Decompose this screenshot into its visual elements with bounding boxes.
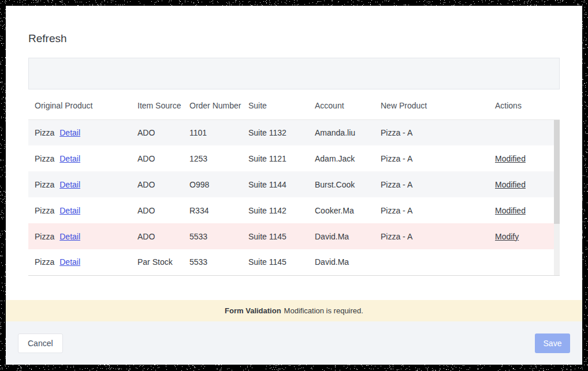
action-link[interactable]: Modified: [495, 154, 526, 163]
cell-original-product: PizzaDetail: [28, 119, 131, 145]
col-order-number: Order Number: [183, 92, 242, 119]
refresh-dialog: Refresh Original Product Item Source Ord…: [6, 6, 582, 365]
cell-suite: Suite 1145: [242, 249, 308, 275]
cell-account: Cooker.Ma: [308, 197, 374, 223]
cell-new-product: Pizza - A: [374, 145, 489, 171]
cell-item-source: ADO: [131, 223, 183, 249]
table-header-row: Original Product Item Source Order Numbe…: [28, 92, 560, 119]
cancel-button[interactable]: Cancel: [18, 333, 63, 353]
cell-account: Amanda.liu: [308, 119, 374, 145]
cell-suite: Suite 1121: [242, 145, 308, 171]
product-name: Pizza: [35, 206, 54, 215]
cell-suite: Suite 1145: [242, 223, 308, 249]
col-item-source: Item Source: [131, 92, 183, 119]
cell-original-product: PizzaDetail: [28, 249, 131, 275]
cell-account: Burst.Cook: [308, 171, 374, 197]
cell-account: Adam.Jack: [308, 145, 374, 171]
cell-original-product: PizzaDetail: [28, 223, 131, 249]
cell-order-number: 5533: [183, 223, 242, 249]
empty-panel: [28, 58, 560, 89]
cell-item-source: ADO: [131, 197, 183, 223]
table-scrollbar[interactable]: [554, 120, 560, 275]
table-row: PizzaDetailADO1101Suite 1132Amanda.liuPi…: [28, 119, 560, 145]
table-body: PizzaDetailADO1101Suite 1132Amanda.liuPi…: [28, 119, 560, 275]
cell-actions: [489, 249, 560, 275]
col-original-product: Original Product: [28, 92, 131, 119]
product-name: Pizza: [35, 180, 54, 189]
cell-actions: Modified: [489, 197, 560, 223]
col-actions: Actions: [489, 92, 560, 119]
product-name: Pizza: [35, 232, 54, 241]
cell-item-source: ADO: [131, 119, 183, 145]
action-link[interactable]: Modify: [495, 232, 519, 241]
cell-account: David.Ma: [308, 249, 374, 275]
cell-new-product: Pizza - A: [374, 197, 489, 223]
cell-original-product: PizzaDetail: [28, 197, 131, 223]
cell-order-number: 5533: [183, 249, 242, 275]
table-row: PizzaDetailADO5533Suite 1145David.MaPizz…: [28, 223, 560, 249]
cell-item-source: ADO: [131, 145, 183, 171]
cell-actions: Modified: [489, 145, 560, 171]
cell-order-number: 1253: [183, 145, 242, 171]
validation-banner: Form Validation Modification is required…: [6, 300, 582, 321]
detail-link[interactable]: Detail: [59, 232, 80, 241]
validation-title: Form Validation: [225, 306, 281, 315]
detail-link[interactable]: Detail: [59, 128, 80, 137]
cell-actions: [489, 119, 560, 145]
table-row: PizzaDetailPar Stock5533Suite 1145David.…: [28, 249, 560, 275]
detail-link[interactable]: Detail: [59, 206, 80, 215]
dialog-title: Refresh: [28, 32, 560, 45]
detail-link[interactable]: Detail: [59, 154, 80, 163]
dialog-footer: Cancel Save: [6, 321, 582, 365]
table-row: PizzaDetailADO1253Suite 1121Adam.JackPiz…: [28, 145, 560, 171]
col-suite: Suite: [242, 92, 308, 119]
product-name: Pizza: [35, 128, 54, 137]
action-link[interactable]: Modified: [495, 180, 526, 189]
table-row: PizzaDetailADOO998Suite 1144Burst.CookPi…: [28, 171, 560, 197]
cell-suite: Suite 1144: [242, 171, 308, 197]
cell-original-product: PizzaDetail: [28, 171, 131, 197]
action-link[interactable]: Modified: [495, 206, 526, 215]
save-button[interactable]: Save: [535, 333, 570, 353]
detail-link[interactable]: Detail: [59, 257, 80, 267]
cell-new-product: [374, 249, 489, 275]
cell-new-product: Pizza - A: [374, 171, 489, 197]
validation-message: Modification is required.: [284, 306, 363, 315]
detail-link[interactable]: Detail: [59, 180, 80, 189]
cell-order-number: 1101: [183, 119, 242, 145]
cell-order-number: R334: [183, 197, 242, 223]
table-row: PizzaDetailADOR334Suite 1142Cooker.MaPiz…: [28, 197, 560, 223]
cell-original-product: PizzaDetail: [28, 145, 131, 171]
cell-order-number: O998: [183, 171, 242, 197]
cell-item-source: Par Stock: [131, 249, 183, 275]
col-new-product: New Product: [374, 92, 489, 119]
scrollbar-thumb[interactable]: [554, 120, 560, 224]
cell-item-source: ADO: [131, 171, 183, 197]
cell-actions: Modify: [489, 223, 560, 249]
cell-suite: Suite 1142: [242, 197, 308, 223]
cell-actions: Modified: [489, 171, 560, 197]
products-table: Original Product Item Source Order Numbe…: [28, 92, 560, 276]
cell-account: David.Ma: [308, 223, 374, 249]
cell-suite: Suite 1132: [242, 119, 308, 145]
screenshot-stage: Refresh Original Product Item Source Ord…: [0, 0, 588, 371]
products-table-grid: Original Product Item Source Order Numbe…: [28, 92, 560, 276]
product-name: Pizza: [35, 257, 54, 267]
col-account: Account: [308, 92, 374, 119]
product-name: Pizza: [35, 154, 54, 163]
cell-new-product: Pizza - A: [374, 223, 489, 249]
cell-new-product: Pizza - A: [374, 119, 489, 145]
